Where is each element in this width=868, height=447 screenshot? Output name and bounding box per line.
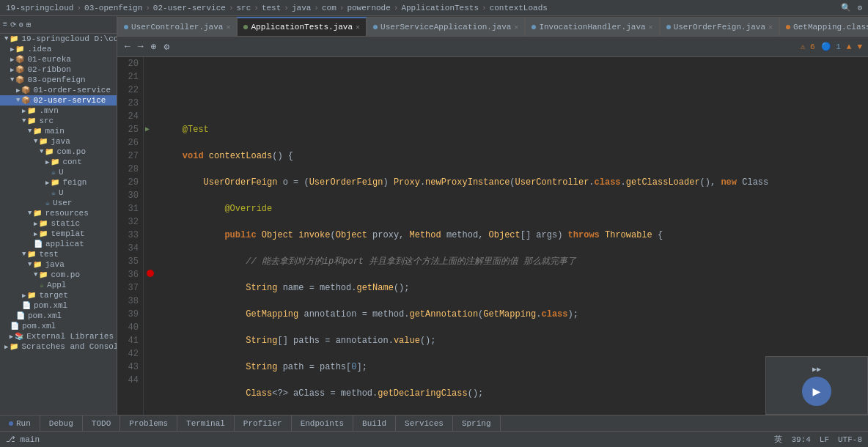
sidebar-item-applicat[interactable]: 📄 applicat (0, 239, 117, 249)
code-content[interactable]: @Test void contextLoads() { UserOrderFei… (158, 57, 868, 415)
sidebar-item-pom-open[interactable]: 📄 pom.xml (0, 311, 117, 321)
sidebar-item-ribbon[interactable]: ▶ 📦 02-ribbon (0, 64, 117, 75)
bc-contextloads[interactable]: contextLoads (490, 4, 548, 12)
sidebar-item-main[interactable]: ▼ 📁 main (0, 126, 117, 136)
code-line-26: public Object invoke(Object proxy, Metho… (161, 229, 868, 242)
bottom-tab-spring[interactable]: Spring (453, 415, 501, 432)
recent-btn[interactable]: ⊕ (150, 40, 158, 54)
tab-user-order-feign[interactable]: UserOrderFeign.java ✕ (660, 17, 779, 36)
close-tab-application-tests[interactable]: ✕ (356, 23, 360, 32)
warning-count[interactable]: ⚠ 6 (801, 42, 815, 51)
bc-applicationtests[interactable]: ApplicationTests (401, 4, 479, 12)
close-tab-user-service-app[interactable]: ✕ (514, 23, 518, 32)
settings-btn[interactable]: ⚙ (162, 40, 171, 54)
bc-openfeign[interactable]: 03-openfeign (84, 4, 142, 12)
sidebar-item-com-po[interactable]: ▼ 📁 com.po (0, 147, 117, 157)
sidebar-item-com-po-test[interactable]: ▼ 📁 com.po (0, 270, 117, 280)
sidebar-item-u-cont[interactable]: ☕ U (0, 167, 117, 177)
code-line-20 (161, 70, 868, 84)
status-bar: ⎇ main 英 39:4 LF UTF-8 (0, 431, 868, 447)
breadcrumb: 19-springcloud › 03-openfeign › 02-user-… (6, 4, 548, 12)
bottom-tab-endpoints[interactable]: Endpoints (292, 415, 353, 432)
bc-powernode[interactable]: powernode (347, 4, 390, 12)
line-numbers: 20 21 22 23 24 25 26 27 28 29 30 31 32 3… (117, 57, 144, 415)
bottom-tab-todo[interactable]: TODO (83, 415, 120, 432)
sidebar-expand-icon[interactable]: ⊞ (26, 21, 31, 29)
tab-get-mapping[interactable]: GetMapping.class ✕ (779, 17, 868, 36)
lf-status[interactable]: LF (820, 435, 829, 444)
sidebar-item-test[interactable]: ▼ 📁 test (0, 249, 117, 259)
tab-invocation-handler[interactable]: InvocationHandler.java ✕ (525, 17, 659, 36)
encoding-status[interactable]: 英 (774, 434, 782, 445)
sidebar-item-java-test[interactable]: ▼ 📁 java (0, 259, 117, 270)
bc-java[interactable]: java (292, 4, 311, 12)
bottom-tab-run[interactable]: Run (0, 415, 40, 432)
sidebar-gear-icon[interactable]: ⚙ (19, 21, 23, 29)
tab-user-service-app[interactable]: UserServiceApplication.java ✕ (367, 17, 525, 36)
sidebar-item-resources[interactable]: ▼ 📁 resources (0, 208, 117, 218)
bottom-tabs: Run Debug TODO Problems Terminal Profile… (0, 415, 868, 431)
settings-icon[interactable]: ⚙ (857, 3, 862, 12)
bottom-tab-debug[interactable]: Debug (40, 415, 83, 432)
utf8-status[interactable]: UTF-8 (838, 435, 862, 444)
sidebar-item-order-service[interactable]: ▶ 📦 01-order-service (0, 85, 117, 95)
search-icon[interactable]: 🔍 (841, 3, 851, 12)
sidebar-item-static[interactable]: ▶ 📁 static (0, 218, 117, 229)
bc-test[interactable]: test (262, 4, 281, 12)
code-line-25: @Override (161, 202, 868, 215)
tab-user-controller[interactable]: UserController.java ✕ (117, 17, 237, 36)
tab-application-tests[interactable]: ApplicationTests.java ✕ (237, 17, 367, 36)
chevron-up-icon[interactable]: ▲ (847, 43, 852, 51)
sidebar-item-src[interactable]: ▼ 📁 src (0, 116, 117, 126)
sidebar-sync-icon[interactable]: ⟳ (10, 21, 16, 29)
sidebar-item-feign[interactable]: ▶ 📁 feign (0, 177, 117, 188)
bottom-tab-terminal[interactable]: Terminal (177, 415, 235, 432)
top-bar: 19-springcloud › 03-openfeign › 02-user-… (0, 0, 868, 16)
bc-springcloud[interactable]: 19-springcloud (6, 4, 73, 12)
sidebar-item-templat[interactable]: ▶ 📁 templat (0, 229, 117, 239)
editor-warnings: ⚠ 6 🔵 1 ▲ ▼ (801, 42, 862, 51)
sidebar-item-user-class[interactable]: ☕ User (0, 198, 117, 208)
sidebar-item-appl[interactable]: ☕ Appl (0, 280, 117, 290)
sidebar-item-ext-libs[interactable]: ▶ 📚 External Libraries (0, 331, 117, 341)
bc-user-service[interactable]: 02-user-service (153, 4, 226, 12)
sidebar-item-eureka[interactable]: ▶ 📦 01-eureka (0, 54, 117, 64)
sidebar-item-idea[interactable]: ▶ 📁 .idea (0, 44, 117, 54)
run-button[interactable]: ▶ (802, 377, 831, 406)
sidebar-item-java-main[interactable]: ▼ 📁 java (0, 136, 117, 147)
code-line-27: // 能去拿到对方的ip和port 并且拿到这个方法上面的注解里面的值 那么就完… (161, 255, 868, 268)
sidebar-item-mvn[interactable]: ▶ 📁 .mvn (0, 106, 117, 116)
close-tab-user-order-feign[interactable]: ✕ (768, 23, 773, 32)
sidebar-item-pom-user[interactable]: 📄 pom.xml (0, 300, 117, 311)
chevron-down-icon[interactable]: ▼ (857, 43, 862, 51)
sidebar-item-pom-root[interactable]: 📄 pom.xml (0, 321, 117, 331)
line-col-status[interactable]: 39:4 (791, 435, 810, 444)
info-count[interactable]: 🔵 1 (821, 42, 841, 51)
sidebar-item-springcloud[interactable]: ▼ 📁 19-springcloud D:\cours... (0, 34, 117, 44)
sidebar-item-cont[interactable]: ▶ 📁 cont (0, 157, 117, 167)
bottom-tab-problems[interactable]: Problems (120, 415, 177, 432)
editor-toolbar: ← → ⊕ ⚙ ⚠ 6 🔵 1 ▲ ▼ (117, 37, 868, 57)
close-tab-invocation-handler[interactable]: ✕ (649, 23, 653, 32)
bottom-tab-profiler[interactable]: Profiler (235, 415, 292, 432)
sidebar-item-scratches[interactable]: ▶ 📁 Scratches and Consoles (0, 341, 117, 352)
run-overlay-icon1: ▶▶ (812, 365, 821, 374)
code-line-21 (161, 97, 868, 110)
git-branch[interactable]: ⎇ main (6, 435, 40, 444)
sidebar-item-target[interactable]: ▶ 📁 target (0, 290, 117, 300)
code-line-24: UserOrderFeign o = (UserOrderFeign) Prox… (161, 176, 868, 189)
bottom-tab-build[interactable]: Build (353, 415, 396, 432)
bottom-tab-services[interactable]: Services (396, 415, 453, 432)
bc-src[interactable]: src (237, 4, 251, 12)
sidebar-collapse-icon[interactable]: ≡ (3, 21, 7, 29)
status-bar-right: 英 39:4 LF UTF-8 (774, 434, 862, 445)
close-tab-user-controller[interactable]: ✕ (226, 23, 230, 32)
bc-com[interactable]: com (322, 4, 336, 12)
sidebar-item-u-feign[interactable]: ☕ U (0, 188, 117, 198)
back-btn[interactable]: ← (123, 40, 132, 53)
forward-btn[interactable]: → (136, 40, 145, 53)
sidebar-item-openfeign[interactable]: ▼ 📦 03-openfeign (0, 75, 117, 85)
sidebar-toolbar: ≡ ⟳ ⚙ ⊞ (0, 16, 117, 34)
gutter: ▶ (144, 57, 158, 415)
sidebar-item-user-service[interactable]: ▼ 📦 02-user-service (0, 95, 117, 106)
